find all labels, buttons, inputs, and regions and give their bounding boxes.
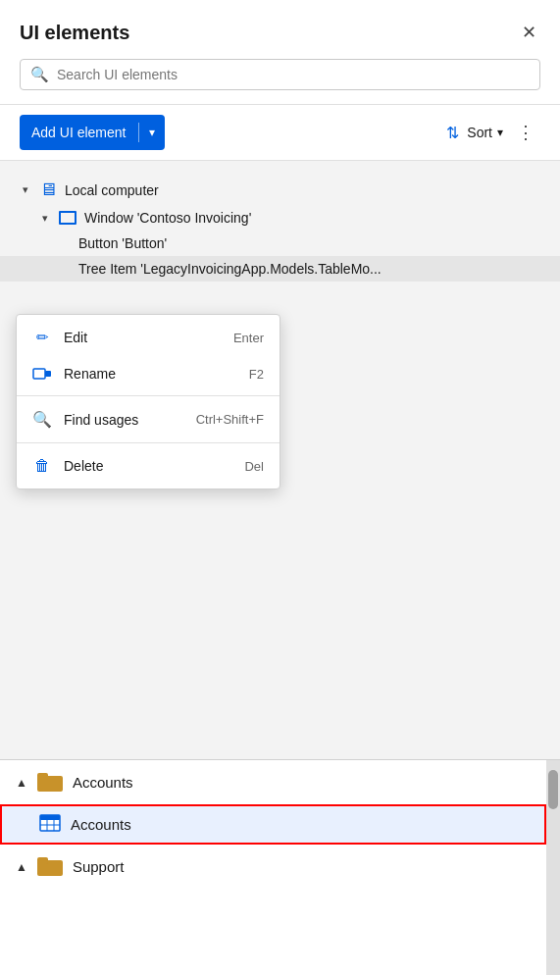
bottom-accounts-folder[interactable]: ▲ Accounts — [0, 760, 546, 804]
add-button-arrow[interactable]: ▾ — [139, 126, 165, 139]
scrollbar-thumb[interactable] — [548, 770, 558, 809]
delete-icon: 🗑 — [32, 457, 52, 475]
sort-arrows-icon: ⇅ — [446, 124, 459, 142]
button-node-label: Button 'Button' — [78, 235, 167, 251]
find-usages-icon: 🔍 — [32, 410, 52, 429]
search-box: 🔍 — [20, 59, 540, 90]
window-contoso-label: Window 'Contoso Invoicing' — [84, 210, 251, 226]
add-ui-element-button[interactable]: Add UI element ▾ — [20, 115, 165, 150]
rename-icon — [32, 366, 52, 382]
search-input[interactable] — [57, 67, 530, 82]
window-icon — [59, 211, 76, 225]
context-menu-separator — [17, 395, 280, 396]
tree-node-window-contoso[interactable]: ▾ Window 'Contoso Invoicing' — [0, 205, 560, 231]
context-menu-separator2 — [17, 442, 280, 443]
delete-shortcut: Del — [244, 459, 264, 474]
treeitem-label: Tree Item 'LegacyInvoicingApp.Models.Tab… — [78, 261, 382, 277]
bottom-accounts-table[interactable]: Accounts — [0, 804, 546, 845]
svg-rect-3 — [37, 773, 48, 780]
tree-area: ▾ 🖥 Local computer ▾ Window 'Contoso Inv… — [0, 161, 560, 282]
sort-chevron-icon: ▾ — [497, 126, 503, 139]
svg-rect-10 — [37, 857, 48, 864]
delete-label: Delete — [64, 458, 103, 474]
svg-rect-0 — [33, 369, 45, 379]
edit-label: Edit — [64, 330, 87, 345]
tree-node-treeitem[interactable]: Tree Item 'LegacyInvoicingApp.Models.Tab… — [0, 256, 560, 282]
title-row: UI elements ✕ — [20, 18, 540, 47]
bottom-support-folder[interactable]: ▲ Support — [0, 845, 546, 889]
context-menu-edit[interactable]: ✏ Edit Enter — [17, 319, 280, 356]
rename-shortcut: F2 — [249, 367, 264, 382]
sort-button[interactable]: Sort ▾ — [467, 125, 503, 140]
computer-icon: 🖥 — [39, 180, 57, 200]
toolbar: Add UI element ▾ ⇅ Sort ▾ ⋮ — [0, 105, 560, 161]
rename-label: Rename — [64, 366, 116, 382]
more-options-button[interactable]: ⋮ — [511, 120, 540, 145]
find-usages-label: Find usages — [64, 412, 138, 428]
tree-node-button[interactable]: Button 'Button' — [0, 231, 560, 256]
accounts-table-label: Accounts — [71, 816, 131, 833]
folder-icon — [37, 770, 63, 795]
find-usages-shortcut: Ctrl+Shift+F — [196, 412, 264, 427]
support-folder-icon — [37, 854, 63, 879]
scrollbar[interactable] — [546, 760, 560, 975]
tree-node-local-computer[interactable]: ▾ 🖥 Local computer — [0, 175, 560, 205]
panel-header: UI elements ✕ 🔍 — [0, 0, 560, 105]
context-menu-find-usages[interactable]: 🔍 Find usages Ctrl+Shift+F — [17, 400, 280, 438]
context-menu-delete[interactable]: 🗑 Delete Del — [17, 447, 280, 485]
context-menu-rename[interactable]: Rename F2 — [17, 356, 280, 391]
table-icon — [39, 814, 61, 835]
svg-rect-1 — [45, 371, 51, 377]
bottom-panel: ▲ Accounts Accounts — [0, 759, 560, 975]
close-button[interactable]: ✕ — [518, 18, 540, 47]
edit-icon: ✏ — [32, 329, 52, 346]
support-folder-label: Support — [73, 858, 125, 875]
collapse-triangle-icon: ▲ — [16, 776, 27, 790]
add-button-label: Add UI element — [20, 125, 138, 140]
panel-title: UI elements — [20, 22, 129, 44]
toolbar-right: ⇅ Sort ▾ ⋮ — [446, 120, 540, 145]
search-icon: 🔍 — [30, 66, 49, 83]
local-computer-label: Local computer — [65, 182, 159, 198]
collapse-triangle-icon2: ▲ — [16, 860, 27, 874]
edit-shortcut: Enter — [233, 331, 264, 345]
context-menu: ✏ Edit Enter Rename F2 🔍 Find usages Ctr… — [16, 314, 280, 489]
chevron-icon: ▾ — [39, 212, 51, 225]
sort-label: Sort — [467, 125, 492, 140]
chevron-icon: ▾ — [20, 183, 31, 196]
accounts-folder-label: Accounts — [73, 774, 133, 791]
svg-rect-5 — [40, 815, 60, 820]
bottom-tree: ▲ Accounts Accounts — [0, 760, 546, 975]
